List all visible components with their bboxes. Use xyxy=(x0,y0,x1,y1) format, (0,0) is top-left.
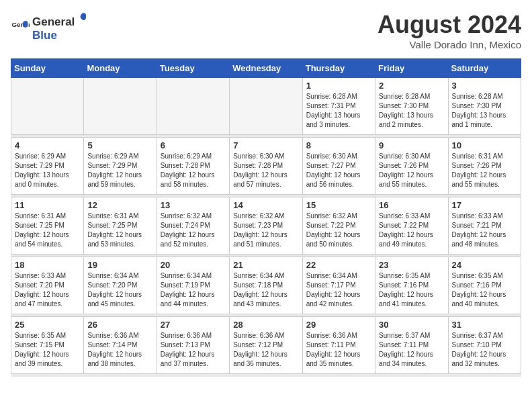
table-row: 19Sunrise: 6:34 AMSunset: 7:20 PMDayligh… xyxy=(84,257,157,314)
day-number: 14 xyxy=(233,200,298,210)
day-info: Sunrise: 6:36 AMSunset: 7:14 PMDaylight:… xyxy=(87,331,152,369)
day-number: 19 xyxy=(87,260,152,270)
table-row xyxy=(230,78,302,135)
title-section: August 2024 Valle Dorado Inn, Mexico xyxy=(378,11,521,50)
day-number: 9 xyxy=(379,140,444,150)
day-number: 25 xyxy=(15,320,80,330)
day-info: Sunrise: 6:29 AMSunset: 7:29 PMDaylight:… xyxy=(87,152,152,189)
day-number: 23 xyxy=(379,260,444,270)
day-number: 28 xyxy=(233,320,298,330)
logo-icon: General xyxy=(11,17,30,36)
day-info: Sunrise: 6:33 AMSunset: 7:21 PMDaylight:… xyxy=(452,212,517,249)
calendar-week-row: 25Sunrise: 6:35 AMSunset: 7:15 PMDayligh… xyxy=(11,317,521,374)
col-thursday: Thursday xyxy=(302,59,375,78)
calendar-week-row: 18Sunrise: 6:33 AMSunset: 7:20 PMDayligh… xyxy=(11,257,521,314)
header: General General Blue August 2024 Valle D… xyxy=(11,11,521,50)
day-info: Sunrise: 6:33 AMSunset: 7:20 PMDaylight:… xyxy=(15,271,80,309)
table-row: 16Sunrise: 6:33 AMSunset: 7:22 PMDayligh… xyxy=(375,197,448,255)
day-info: Sunrise: 6:32 AMSunset: 7:22 PMDaylight:… xyxy=(306,212,371,249)
table-row xyxy=(157,78,229,135)
day-info: Sunrise: 6:37 AMSunset: 7:11 PMDaylight:… xyxy=(379,331,444,369)
day-number: 18 xyxy=(15,260,80,270)
day-info: Sunrise: 6:30 AMSunset: 7:28 PMDaylight:… xyxy=(233,152,298,189)
day-number: 2 xyxy=(379,81,444,91)
table-row xyxy=(84,78,157,135)
day-number: 16 xyxy=(379,200,444,210)
table-row: 11Sunrise: 6:31 AMSunset: 7:25 PMDayligh… xyxy=(11,197,84,255)
logo-blue-text: Blue xyxy=(32,29,57,42)
table-row: 10Sunrise: 6:31 AMSunset: 7:26 PMDayligh… xyxy=(448,138,521,195)
table-row: 20Sunrise: 6:34 AMSunset: 7:19 PMDayligh… xyxy=(157,257,229,314)
day-number: 3 xyxy=(452,81,517,91)
col-wednesday: Wednesday xyxy=(230,59,302,78)
table-row: 5Sunrise: 6:29 AMSunset: 7:29 PMDaylight… xyxy=(84,138,157,195)
calendar-week-row: 11Sunrise: 6:31 AMSunset: 7:25 PMDayligh… xyxy=(11,197,521,255)
day-number: 1 xyxy=(306,81,371,91)
day-number: 5 xyxy=(87,140,152,150)
table-row: 12Sunrise: 6:31 AMSunset: 7:25 PMDayligh… xyxy=(84,197,157,255)
day-number: 13 xyxy=(161,200,226,210)
table-row: 2Sunrise: 6:28 AMSunset: 7:30 PMDaylight… xyxy=(375,78,448,135)
day-number: 20 xyxy=(161,260,226,270)
table-row: 4Sunrise: 6:29 AMSunset: 7:29 PMDaylight… xyxy=(11,138,84,195)
calendar-week-row: 1Sunrise: 6:28 AMSunset: 7:31 PMDaylight… xyxy=(11,78,521,135)
day-number: 21 xyxy=(233,260,298,270)
table-row: 8Sunrise: 6:30 AMSunset: 7:27 PMDaylight… xyxy=(302,138,375,195)
day-number: 12 xyxy=(87,200,152,210)
day-info: Sunrise: 6:30 AMSunset: 7:27 PMDaylight:… xyxy=(306,152,371,189)
day-number: 24 xyxy=(452,260,517,270)
table-row: 26Sunrise: 6:36 AMSunset: 7:14 PMDayligh… xyxy=(84,317,157,374)
day-info: Sunrise: 6:36 AMSunset: 7:11 PMDaylight:… xyxy=(306,331,371,369)
table-row: 29Sunrise: 6:36 AMSunset: 7:11 PMDayligh… xyxy=(302,317,375,374)
day-info: Sunrise: 6:34 AMSunset: 7:19 PMDaylight:… xyxy=(161,271,226,309)
day-number: 17 xyxy=(452,200,517,210)
table-row: 31Sunrise: 6:37 AMSunset: 7:10 PMDayligh… xyxy=(448,317,521,374)
day-info: Sunrise: 6:34 AMSunset: 7:20 PMDaylight:… xyxy=(87,271,152,309)
col-tuesday: Tuesday xyxy=(157,59,229,78)
day-number: 8 xyxy=(306,140,371,150)
table-row: 9Sunrise: 6:30 AMSunset: 7:26 PMDaylight… xyxy=(375,138,448,195)
table-row: 14Sunrise: 6:32 AMSunset: 7:23 PMDayligh… xyxy=(230,197,302,255)
table-row: 23Sunrise: 6:35 AMSunset: 7:16 PMDayligh… xyxy=(375,257,448,314)
col-monday: Monday xyxy=(84,59,157,78)
day-number: 26 xyxy=(87,320,152,330)
day-number: 27 xyxy=(161,320,226,330)
table-row: 13Sunrise: 6:32 AMSunset: 7:24 PMDayligh… xyxy=(157,197,229,255)
day-number: 7 xyxy=(233,140,298,150)
day-number: 6 xyxy=(161,140,226,150)
day-number: 15 xyxy=(306,200,371,210)
table-row: 28Sunrise: 6:36 AMSunset: 7:12 PMDayligh… xyxy=(230,317,302,374)
table-row: 3Sunrise: 6:28 AMSunset: 7:30 PMDaylight… xyxy=(448,78,521,135)
day-number: 31 xyxy=(452,320,517,330)
day-info: Sunrise: 6:30 AMSunset: 7:26 PMDaylight:… xyxy=(379,152,444,189)
day-info: Sunrise: 6:35 AMSunset: 7:16 PMDaylight:… xyxy=(379,271,444,309)
calendar-subtitle: Valle Dorado Inn, Mexico xyxy=(378,39,521,50)
day-info: Sunrise: 6:28 AMSunset: 7:31 PMDaylight:… xyxy=(306,92,371,130)
day-info: Sunrise: 6:32 AMSunset: 7:23 PMDaylight:… xyxy=(233,212,298,249)
day-info: Sunrise: 6:37 AMSunset: 7:10 PMDaylight:… xyxy=(452,331,517,369)
day-info: Sunrise: 6:28 AMSunset: 7:30 PMDaylight:… xyxy=(452,92,517,130)
day-info: Sunrise: 6:36 AMSunset: 7:13 PMDaylight:… xyxy=(161,331,226,369)
table-row: 24Sunrise: 6:35 AMSunset: 7:16 PMDayligh… xyxy=(448,257,521,314)
calendar-table: Sunday Monday Tuesday Wednesday Thursday… xyxy=(11,58,521,377)
day-info: Sunrise: 6:34 AMSunset: 7:18 PMDaylight:… xyxy=(233,271,298,309)
table-row: 18Sunrise: 6:33 AMSunset: 7:20 PMDayligh… xyxy=(11,257,84,314)
table-row: 22Sunrise: 6:34 AMSunset: 7:17 PMDayligh… xyxy=(302,257,375,314)
day-info: Sunrise: 6:31 AMSunset: 7:26 PMDaylight:… xyxy=(452,152,517,189)
day-info: Sunrise: 6:35 AMSunset: 7:16 PMDaylight:… xyxy=(452,271,517,309)
table-row: 30Sunrise: 6:37 AMSunset: 7:11 PMDayligh… xyxy=(375,317,448,374)
day-info: Sunrise: 6:32 AMSunset: 7:24 PMDaylight:… xyxy=(161,212,226,249)
col-saturday: Saturday xyxy=(448,59,521,78)
logo-general-text: General xyxy=(32,15,75,29)
col-sunday: Sunday xyxy=(11,59,84,78)
calendar-title: August 2024 xyxy=(378,11,521,39)
day-number: 11 xyxy=(15,200,80,210)
day-info: Sunrise: 6:28 AMSunset: 7:30 PMDaylight:… xyxy=(379,92,444,130)
col-friday: Friday xyxy=(375,59,448,78)
day-info: Sunrise: 6:34 AMSunset: 7:17 PMDaylight:… xyxy=(306,271,371,309)
table-row: 1Sunrise: 6:28 AMSunset: 7:31 PMDaylight… xyxy=(302,78,375,135)
day-number: 10 xyxy=(452,140,517,150)
table-row: 15Sunrise: 6:32 AMSunset: 7:22 PMDayligh… xyxy=(302,197,375,255)
table-row xyxy=(11,78,84,135)
calendar-header-row: Sunday Monday Tuesday Wednesday Thursday… xyxy=(11,59,521,78)
